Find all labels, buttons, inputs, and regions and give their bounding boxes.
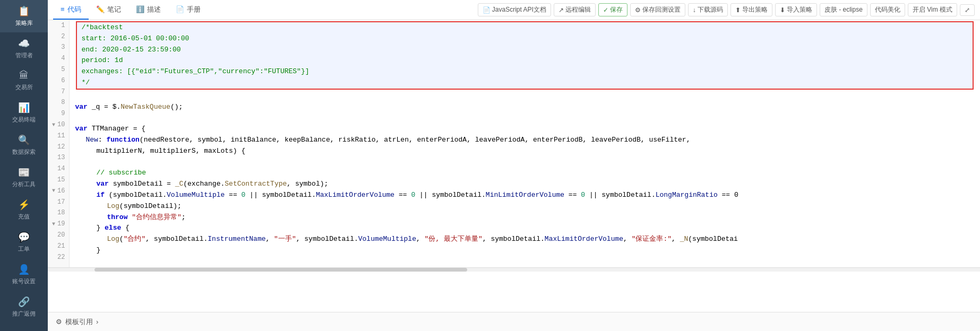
code-line-4: period: 1d — [77, 55, 973, 66]
code-line-16: if (symbolDetail.VolumeMultiple == 0 || … — [75, 190, 975, 201]
template-label: 模板引用 — [65, 317, 93, 327]
code-line-21: } — [75, 245, 975, 256]
export-icon: ⬆ — [735, 6, 741, 14]
sidebar-label-数据探索: 数据探索 — [12, 148, 36, 156]
sidebar-item-工单[interactable]: 💬 工单 — [0, 226, 48, 258]
desc-tab-icon: ℹ️ — [136, 5, 144, 13]
template-arrow-icon: › — [96, 318, 98, 326]
数据探索-icon: 🔍 — [18, 134, 30, 146]
sidebar-item-数据探索[interactable]: 🔍 数据探索 — [0, 129, 48, 161]
sidebar-item-交易所[interactable]: 🏛 交易所 — [0, 65, 48, 97]
code-line-8: var _q = $.NewTaskQueue(); — [75, 102, 975, 113]
sidebar-label-分析工具: 分析工具 — [12, 180, 36, 188]
main-content: ≡ 代码 ✏️ 笔记 ℹ️ 描述 📄 手册 📄 JavaScript API文档… — [48, 0, 980, 331]
sidebar-item-管理者[interactable]: ☁️ 管理者 — [0, 32, 48, 65]
tab-description[interactable]: ℹ️ 描述 — [128, 1, 168, 20]
code-line-14: // subscribe — [75, 168, 975, 179]
notes-tab-icon: ✏️ — [96, 5, 105, 13]
code-line-11: New: function(needRestore, symbol, initB… — [75, 135, 975, 146]
分析工具-icon: 📰 — [18, 167, 30, 178]
sidebar-label-交易所: 交易所 — [15, 83, 33, 91]
tab-bar: ≡ 代码 ✏️ 笔记 ℹ️ 描述 📄 手册 📄 JavaScript API文档… — [48, 0, 980, 20]
code-line-12: multiplierN, multiplierS, maxLots) { — [75, 146, 975, 157]
code-line-7 — [75, 91, 975, 102]
sidebar-label-账号设置: 账号设置 — [12, 277, 36, 285]
download-source-button[interactable]: ↓ 下载源码 — [688, 3, 728, 16]
code-line-19: } else { — [75, 223, 975, 234]
管理者-icon: ☁️ — [18, 38, 30, 49]
backtest-block: /*backtest start: 2016-05-01 00:00:00 en… — [76, 21, 974, 90]
editor-inner: 1 2 3 4 5 6 7 8 9 ▼10 11 12 13 14 15 ▼16 — [48, 20, 980, 267]
tab-manual[interactable]: 📄 手册 — [168, 1, 208, 20]
fullscreen-button[interactable]: ⤢ — [960, 4, 975, 16]
sidebar-label-推广返佣: 推广返佣 — [12, 310, 36, 318]
export-strategy-button[interactable]: ⬆ 导出策略 — [730, 3, 772, 16]
code-line-5: exchanges: [{"eid":"Futures_CTP","curren… — [77, 66, 973, 77]
sidebar-item-策略库[interactable]: 📋 策略库 — [0, 0, 48, 32]
code-line-22 — [75, 256, 975, 267]
manual-tab-label: 手册 — [187, 5, 201, 14]
fullscreen-icon: ⤢ — [965, 6, 970, 14]
code-tab-icon: ≡ — [61, 5, 65, 13]
sidebar-label-策略库: 策略库 — [15, 19, 33, 27]
code-line-1: /*backtest — [77, 22, 973, 33]
策略库-icon: 📋 — [18, 5, 30, 17]
js-api-doc-icon: 📄 — [483, 6, 491, 14]
code-tab-label: 代码 — [67, 5, 81, 14]
sidebar-label-充值: 充值 — [18, 213, 30, 221]
fold-16[interactable]: ▼ — [52, 187, 55, 195]
js-api-doc-button[interactable]: 📄 JavaScript API文档 — [478, 3, 551, 16]
交易所-icon: 🏛 — [19, 70, 29, 81]
code-line-17: Log(symbolDetail); — [75, 201, 975, 212]
manual-tab-icon: 📄 — [176, 5, 184, 13]
code-content[interactable]: /*backtest start: 2016-05-01 00:00:00 en… — [70, 20, 980, 267]
desc-tab-label: 描述 — [147, 5, 161, 14]
sidebar: 📋 策略库 ☁️ 管理者 🏛 交易所 📊 交易终端 🔍 数据探索 📰 分析工具 … — [0, 0, 48, 331]
fold-10[interactable]: ▼ — [52, 121, 55, 129]
beautify-button[interactable]: 代码美化 — [870, 3, 905, 16]
充值-icon: ⚡ — [18, 199, 30, 211]
sidebar-item-推广返佣[interactable]: 🔗 推广返佣 — [0, 291, 48, 323]
line-numbers: 1 2 3 4 5 6 7 8 9 ▼10 11 12 13 14 15 ▼16 — [48, 20, 70, 267]
sidebar-label-工单: 工单 — [18, 245, 30, 253]
code-line-10: var TTManager = { — [75, 124, 975, 135]
template-icon: ⚙ — [56, 318, 62, 326]
code-line-9 — [75, 112, 975, 124]
推广返佣-icon: 🔗 — [18, 296, 30, 308]
工单-icon: 💬 — [18, 231, 30, 243]
账号设置-icon: 👤 — [18, 264, 30, 275]
download-icon: ↓ — [693, 6, 696, 14]
editor-container: 1 2 3 4 5 6 7 8 9 ▼10 11 12 13 14 15 ▼16 — [48, 20, 980, 312]
fold-19[interactable]: ▼ — [52, 220, 55, 229]
gear-icon: ⚙ — [635, 6, 641, 14]
sidebar-item-分析工具[interactable]: 📰 分析工具 — [0, 161, 48, 194]
code-line-20: Log("合约", symbolDetail.InstrumentName, "… — [75, 234, 975, 245]
sidebar-item-充值[interactable]: ⚡ 充值 — [0, 194, 48, 226]
horizontal-scrollbar[interactable] — [48, 267, 980, 272]
remote-edit-icon: ↗ — [558, 6, 564, 14]
skin-button[interactable]: 皮肤 - eclipse — [820, 3, 867, 16]
tab-notes[interactable]: ✏️ 笔记 — [89, 1, 128, 20]
code-line-18: throw "合约信息异常"; — [75, 212, 975, 223]
code-line-6: */ — [77, 77, 973, 89]
sidebar-label-交易终端: 交易终端 — [12, 116, 36, 124]
sidebar-item-账号设置[interactable]: 👤 账号设置 — [0, 258, 48, 291]
vim-mode-button[interactable]: 开启 Vim 模式 — [908, 3, 957, 16]
tab-code[interactable]: ≡ 代码 — [53, 1, 89, 20]
code-line-13 — [75, 157, 975, 168]
sidebar-item-交易终端[interactable]: 📊 交易终端 — [0, 97, 48, 129]
import-strategy-button[interactable]: ⬇ 导入策略 — [775, 3, 817, 16]
import-icon: ⬇ — [780, 6, 785, 14]
save-backtest-button[interactable]: ⚙ 保存回测设置 — [630, 3, 685, 16]
remote-edit-button[interactable]: ↗ 远程编辑 — [554, 3, 596, 16]
code-line-3: end: 2020-02-15 23:59:00 — [77, 45, 973, 56]
code-line-2: start: 2016-05-01 00:00:00 — [77, 33, 973, 45]
scrollbar-thumb[interactable] — [94, 268, 467, 272]
sidebar-label-管理者: 管理者 — [15, 51, 33, 59]
save-check-icon: ✓ — [603, 6, 608, 14]
save-button[interactable]: ✓ 保存 — [598, 3, 627, 16]
template-reference-bar[interactable]: ⚙ 模板引用 › — [48, 312, 980, 331]
notes-tab-label: 笔记 — [107, 5, 121, 14]
交易终端-icon: 📊 — [18, 102, 30, 114]
code-editor[interactable]: 1 2 3 4 5 6 7 8 9 ▼10 11 12 13 14 15 ▼16 — [48, 20, 980, 312]
